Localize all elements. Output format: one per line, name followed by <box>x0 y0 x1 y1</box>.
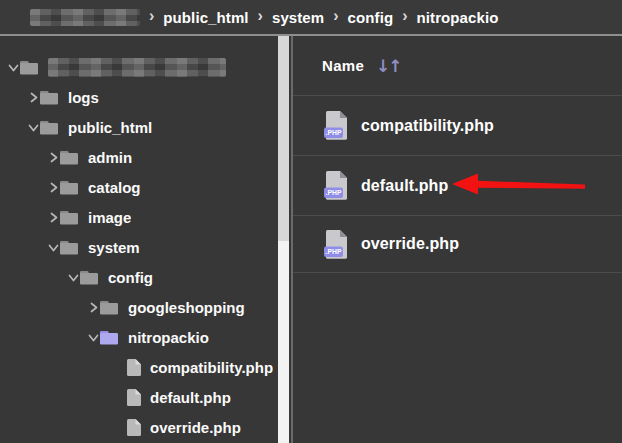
tree-item-googleshopping[interactable]: googleshopping <box>0 292 278 322</box>
chevron-down-icon[interactable] <box>47 241 60 254</box>
tree-item-label: override.php <box>150 419 241 436</box>
breadcrumb-item-system[interactable]: system <box>272 9 324 26</box>
list-header: Name ↓↑ <box>293 36 622 96</box>
php-file-icon: .PHP <box>324 171 348 200</box>
tree-item-image[interactable]: image <box>0 202 278 232</box>
file-name: compatibility.php <box>361 117 494 135</box>
file-row-default-php[interactable]: .PHPdefault.php <box>293 156 622 216</box>
folder-icon <box>40 90 58 105</box>
sort-icon[interactable]: ↓↑ <box>376 56 401 76</box>
tree-item-label: admin <box>88 149 132 166</box>
chevron-down-icon[interactable] <box>87 331 100 344</box>
file-name: override.php <box>361 235 459 253</box>
file-icon <box>127 419 141 436</box>
file-row-compatibility-php[interactable]: .PHPcompatibility.php <box>293 96 622 156</box>
chevron-right-icon[interactable] <box>47 181 60 194</box>
chevron-right-icon[interactable] <box>47 151 60 164</box>
tree-item-public-html[interactable]: public_html <box>0 112 278 142</box>
tree-item-label: config <box>108 269 153 286</box>
tree-item-default-php[interactable]: default.php <box>0 382 278 412</box>
tree-item-label: nitropackio <box>128 329 209 346</box>
folder-icon <box>60 240 78 255</box>
tree-item-label: compatibility.php <box>150 359 273 376</box>
file-row-override-php[interactable]: .PHPoverride.php <box>293 216 622 273</box>
tree-item-label: logs <box>68 89 99 106</box>
folder-icon <box>60 150 78 165</box>
breadcrumb-separator: › <box>402 8 407 26</box>
chevron-right-icon[interactable] <box>27 91 40 104</box>
tree-item-nitropackio[interactable]: nitropackio <box>0 322 278 352</box>
redacted-tree-label <box>48 58 226 77</box>
tree-item-label: public_html <box>68 119 152 136</box>
tree-item-label: system <box>88 239 140 256</box>
folder-icon <box>80 270 98 285</box>
tree-item-redacted-root[interactable] <box>0 52 278 82</box>
folder-icon <box>100 300 118 315</box>
breadcrumb-separator: › <box>149 8 154 26</box>
file-list-panel: Name ↓↑ .PHPcompatibility.php.PHPdefault… <box>293 36 622 443</box>
directory-tree-panel: logspublic_htmladmincatalogimagesystemco… <box>0 36 278 443</box>
file-icon <box>127 389 141 406</box>
breadcrumb-separator: › <box>333 8 338 26</box>
tree-item-label: googleshopping <box>128 299 245 316</box>
tree-item-config[interactable]: config <box>0 262 278 292</box>
annotation-arrow-icon <box>451 172 586 196</box>
tree-item-catalog[interactable]: catalog <box>0 172 278 202</box>
sidebar-scrollbar[interactable] <box>278 36 289 443</box>
folder-icon <box>60 180 78 195</box>
php-badge: .PHP <box>326 189 342 196</box>
tree-item-label: image <box>88 209 131 226</box>
php-file-icon: .PHP <box>324 230 348 259</box>
php-badge: .PHP <box>326 129 342 136</box>
php-badge: .PHP <box>326 248 342 255</box>
chevron-down-icon[interactable] <box>67 271 80 284</box>
breadcrumb: ›public_html›system›config›nitropackio <box>30 8 498 26</box>
chevron-right-icon[interactable] <box>87 301 100 314</box>
scrollbar-thumb[interactable] <box>278 36 289 241</box>
chevron-right-icon[interactable] <box>47 211 60 224</box>
tree-item-logs[interactable]: logs <box>0 82 278 112</box>
chevron-down-icon[interactable] <box>27 121 40 134</box>
breadcrumb-item-nitropackio[interactable]: nitropackio <box>417 9 499 26</box>
tree-item-admin[interactable]: admin <box>0 142 278 172</box>
tree-item-override-php[interactable]: override.php <box>0 412 278 442</box>
redacted-breadcrumb-root <box>30 9 140 26</box>
directory-tree: logspublic_htmladmincatalogimagesystemco… <box>0 36 278 442</box>
tree-item-label: default.php <box>150 389 231 406</box>
folder-icon <box>20 60 38 75</box>
chevron-down-icon[interactable] <box>7 61 20 74</box>
breadcrumb-item-public-html[interactable]: public_html <box>163 9 248 26</box>
tree-item-compatibility-php[interactable]: compatibility.php <box>0 352 278 382</box>
file-rows: .PHPcompatibility.php.PHPdefault.php.PHP… <box>293 96 622 273</box>
folder-icon <box>40 120 58 135</box>
breadcrumb-item-config[interactable]: config <box>348 9 394 26</box>
breadcrumb-bar: ›public_html›system›config›nitropackio <box>0 0 622 34</box>
file-name: default.php <box>361 177 448 195</box>
breadcrumb-separator: › <box>258 8 263 26</box>
tree-item-system[interactable]: system <box>0 232 278 262</box>
file-icon <box>127 359 141 376</box>
tree-item-label: catalog <box>88 179 141 196</box>
php-file-icon: .PHP <box>324 111 348 140</box>
column-header-name[interactable]: Name <box>322 57 364 74</box>
file-manager-window: ›public_html›system›config›nitropackio l… <box>0 0 622 443</box>
folder-icon <box>60 210 78 225</box>
folder-icon <box>100 330 118 345</box>
